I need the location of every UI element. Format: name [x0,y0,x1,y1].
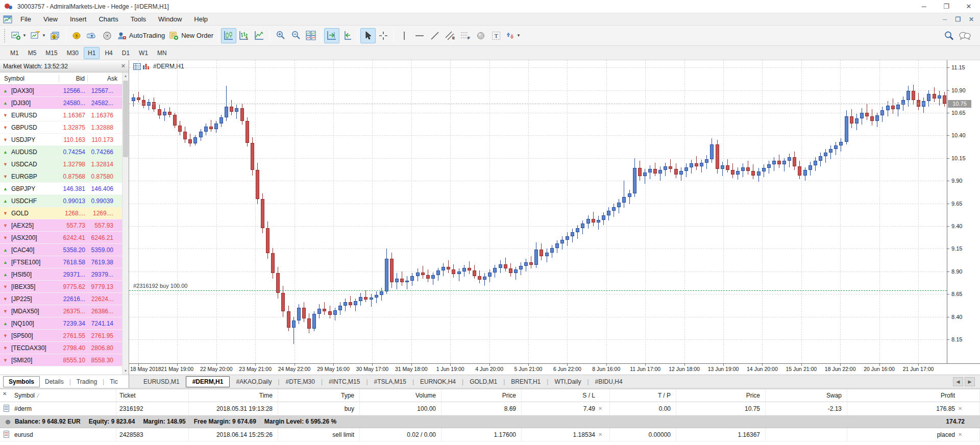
search-button[interactable] [941,28,957,43]
tile-windows-button[interactable] [303,28,318,43]
timeframe-m1[interactable]: M1 [6,47,23,59]
scrollb-thumb[interactable] [123,81,128,157]
trade-row[interactable]: #derm23161922018.05.31 19:13:28buy100.00… [0,402,980,415]
toolbar-drag-handle[interactable] [4,29,7,42]
market-watch-row[interactable]: ▼[AEX25]557.73557.93 [0,219,129,232]
timeframe-m15[interactable]: M15 [41,47,61,59]
column-ask[interactable]: Ask [88,75,119,82]
chart-tab-dermh1[interactable]: #DERM,H1 [186,376,230,387]
scroll-down-icon[interactable]: ▼ [122,367,129,375]
auto-scroll-button[interactable] [324,28,339,43]
chart-tab-wtidaily[interactable]: WTI,Daily [548,377,587,387]
market-watch-row[interactable]: ▲[NQ100]7239.347241.14 [0,317,129,330]
menu-charts[interactable]: Charts [92,14,124,24]
menu-help[interactable]: Help [188,14,214,24]
zoom-out-button[interactable] [288,28,303,43]
menu-window[interactable]: Window [152,14,188,24]
market-watch-tab-tic[interactable]: Tic [105,377,123,387]
bar-chart-button[interactable]: 1 [236,28,252,43]
mql5-community-button[interactable]: 5 [69,28,84,43]
chart-profiles-button[interactable]: ▼ [29,28,48,43]
market-watch-row[interactable]: ▼EURGBP0.875680.87580 [0,170,129,183]
remove-sl-icon[interactable]: ✕ [598,406,604,411]
chart-tab-tslam15[interactable]: #TSLA,M15 [368,377,412,387]
equidistant-channel-button[interactable]: E [443,28,458,43]
timeframe-d1[interactable]: D1 [118,47,134,59]
chart-minimize-button[interactable]: ─ [938,14,951,24]
header-profit[interactable]: Profit [847,389,980,402]
chart-tab-eurusdm1[interactable]: EURUSD,M1 [137,377,186,387]
chart-window-icon[interactable] [3,15,12,23]
chart-tab-intcm15[interactable]: #INTC,M15 [323,377,366,387]
price-axis[interactable]: 11.1510.9010.6510.4010.159.909.659.409.1… [947,60,980,363]
ellipse-button[interactable] [473,28,488,43]
market-watch-row[interactable]: ▼[SMI20]8555.108558.30 [0,354,129,366]
line-chart-button[interactable] [252,28,267,43]
market-watch-row[interactable]: ▲[CAC40]5358.205359.00 [0,244,129,256]
market-watch-row[interactable]: ▼EURUSD1.163671.16376 [0,109,129,121]
market-watch-close-icon[interactable]: ✕ [121,63,126,69]
timeframe-mn[interactable]: MN [153,47,171,59]
window-close-button[interactable]: ✕ [958,0,980,13]
market-watch-row[interactable]: ▲[DJI30]24580...24582... [0,97,129,109]
new-chart-button[interactable]: ▼ [9,28,29,43]
market-watch-row[interactable]: ▼[JP225]22616...22624... [0,293,129,305]
remove-sl-icon[interactable]: ✕ [598,432,604,437]
market-watch-tab-symbols[interactable]: Symbols [3,376,40,387]
market-watch-row[interactable]: ▲GBPJPY146.381146.406 [0,183,129,195]
market-watch-row[interactable]: ▼GOLD1268....1269.... [0,207,129,219]
menu-file[interactable]: File [14,14,37,24]
time-axis[interactable]: 18 May 201821 May 19:0022 May 20:0023 Ma… [129,363,980,375]
header-symbol[interactable]: Symbol∕ [0,389,116,402]
chart-tab-dtem30[interactable]: #DTE,M30 [280,377,321,387]
candlestick-chart-button[interactable] [221,28,236,43]
vertical-line-button[interactable] [397,28,412,43]
timeframe-m5[interactable]: M5 [24,47,41,59]
chart-close-button[interactable]: ✕ [965,14,978,24]
header-volume[interactable]: Volume [360,389,442,402]
market-watch-tab-trading[interactable]: Trading [71,377,102,387]
market-watch-row[interactable]: ▲[FTSE100]7618.587619.38 [0,256,129,268]
market-watch-scrollbar[interactable]: ▲ ▼ [122,72,129,375]
close-position-icon[interactable]: ✕ [958,432,964,437]
header-price2[interactable]: Price [676,389,766,402]
market-watch-row[interactable]: ▼GBPUSD1.328751.32888 [0,121,129,134]
crosshair-button[interactable] [376,28,391,43]
market-watch-row[interactable]: ▼[MDAX50]26375...26386... [0,305,129,317]
chat-button[interactable] [957,28,973,43]
open-position-line[interactable] [129,290,947,291]
scroll-right-icon[interactable]: ▶ [965,377,975,386]
scroll-up-icon[interactable]: ▲ [122,72,129,80]
timeframe-w1[interactable]: W1 [135,47,152,59]
header-ticket[interactable]: Ticket [116,389,189,402]
menu-insert[interactable]: Insert [64,14,93,24]
trade-panel-close-icon[interactable]: ✕ [3,391,7,397]
autotrading-button[interactable]: AutoTrading [115,28,167,43]
market-watch-row[interactable]: ▼USDJPY110.163110.173 [0,134,129,146]
header-sl[interactable]: S / L [522,389,610,402]
chart-restore-button[interactable]: ❐ [951,14,965,24]
menu-view[interactable]: View [37,14,64,24]
header-tp[interactable]: T / P [610,389,676,402]
text-button[interactable]: T [488,28,504,43]
chart-tab-akaodaily[interactable]: #AKAO,Daily [230,377,278,387]
timeframe-h4[interactable]: H4 [101,47,116,59]
column-symbol[interactable]: Symbol [0,75,59,82]
market-watch-row[interactable]: ▼USDCAD1.327981.32814 [0,158,129,170]
column-bid[interactable]: Bid [59,75,88,82]
expand-icon[interactable]: ⊕ [5,418,11,426]
chart-tab-goldm1[interactable]: GOLD,M1 [463,377,503,387]
market-watch-row[interactable]: ▼[TECDAX30]2798.402806.80 [0,342,129,354]
zoom-in-button[interactable] [273,28,288,43]
arrows-dropdown-button[interactable]: ▼ [504,28,523,43]
timeframe-h1[interactable]: H1 [84,47,100,59]
header-time[interactable]: Time [189,389,278,402]
cloud-storage-button[interactable] [84,28,100,43]
market-window-button[interactable]: $ [48,28,63,43]
close-position-icon[interactable]: ✕ [958,406,964,411]
market-watch-row[interactable]: ▲[DAX30]12566...12567... [0,85,129,97]
timeframe-m30[interactable]: M30 [63,47,83,59]
trade-row[interactable]: eurusd24285832018.06.14 15:25:26sell lim… [0,428,980,441]
market-watch-row[interactable]: ▼[SP500]2761.552761.95 [0,330,129,342]
signals-button[interactable] [100,28,115,43]
